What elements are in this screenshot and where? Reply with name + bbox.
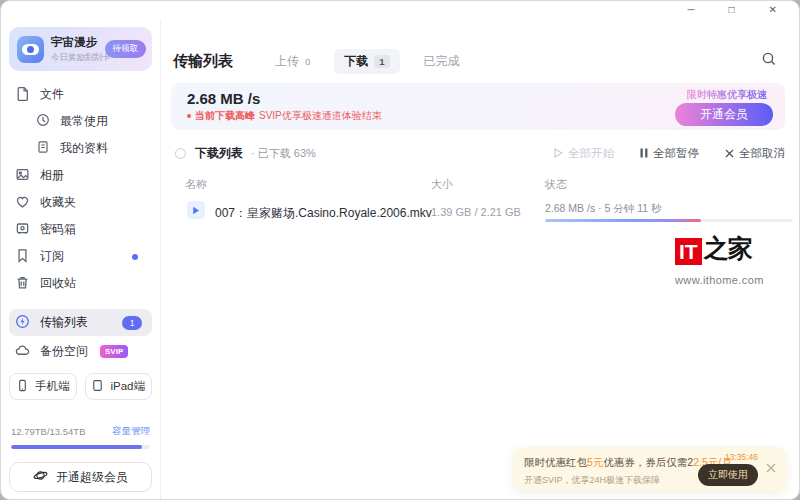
download-status: 2.68 MB /s · 5 分钟 11 秒	[545, 202, 662, 216]
tab-label: 下载	[344, 53, 368, 70]
phone-icon	[16, 379, 29, 394]
file-icon	[15, 86, 30, 104]
file-name: 007：皇家赌场.Casino.Royale.2006.mkv	[215, 205, 432, 222]
peak-alert: 当前下载高峰 SVIP优享极速通道体验结束	[187, 109, 382, 123]
sidebar-item-password-box[interactable]: 密码箱	[9, 216, 152, 243]
column-size: 大小	[431, 177, 453, 192]
tab-completed[interactable]: 已完成	[424, 53, 460, 70]
sidebar-item-label: 我的资料	[60, 140, 108, 157]
planet-icon	[33, 468, 48, 486]
user-subtitle: 今日奖励刮刮卡	[51, 52, 98, 64]
table-row[interactable]: 007：皇家赌场.Casino.Royale.2006.mkv 1.39 GB …	[161, 197, 799, 235]
download-list-header: 下载列表 · 已下载 63% 全部开始 全部暂停 全部取消	[175, 145, 785, 162]
sidebar-item-backup-space[interactable]: 备份空间 SVIP	[9, 338, 152, 365]
device-button-label: iPad端	[110, 379, 145, 394]
download-list-title: 下载列表	[195, 145, 243, 162]
download-speed: 2.68 MB /s	[187, 90, 260, 107]
safe-icon	[15, 221, 30, 239]
close-icon	[725, 148, 734, 160]
download-progress-fill	[545, 219, 701, 222]
sidebar-item-label: 密码箱	[40, 221, 76, 238]
notification-dot	[132, 254, 138, 260]
start-all-button[interactable]: 全部开始	[554, 146, 614, 161]
device-buttons: 手机端 iPad端	[9, 373, 152, 400]
transfer-tabs: 上传 0 下载 1 已完成	[275, 49, 460, 74]
storage-manage-link[interactable]: 容量管理	[112, 425, 150, 438]
file-size: 1.39 GB / 2.21 GB	[431, 206, 521, 218]
close-button[interactable]: ✕	[769, 5, 777, 15]
main-panel: 传输列表 上传 0 下载 1 已完成	[161, 19, 799, 500]
sidebar-item-transfer-list[interactable]: 传输列表 1	[9, 309, 152, 336]
storage-bar-fill	[11, 445, 142, 449]
sidebar-item-label: 最常使用	[60, 113, 108, 130]
sidebar-item-label: 收藏夹	[40, 194, 76, 211]
sidebar-item-subscriptions[interactable]: 订阅	[9, 243, 152, 270]
phone-client-button[interactable]: 手机端	[9, 373, 77, 400]
super-vip-label: 开通超级会员	[56, 469, 128, 486]
pause-icon	[640, 148, 648, 160]
claim-badge[interactable]: 待领取	[105, 40, 147, 58]
select-all-radio[interactable]	[175, 148, 186, 159]
tab-badge: 0	[305, 56, 310, 67]
notebook-icon	[36, 140, 50, 157]
tablet-icon	[91, 379, 104, 394]
downloaded-percent: · 已下载 63%	[251, 146, 316, 161]
column-status: 状态	[545, 177, 567, 192]
download-progress-bar	[545, 219, 793, 222]
sidebar-item-label: 相册	[40, 167, 64, 184]
trash-icon	[15, 275, 30, 293]
clock-icon	[36, 113, 50, 130]
ithome-url: www.ithome.com	[675, 274, 787, 286]
vip-promo-text: 限时特惠优享极速	[687, 88, 767, 102]
sidebar-item-recycle-bin[interactable]: 回收站	[9, 270, 152, 297]
use-coupon-button[interactable]: 立即使用	[698, 464, 758, 486]
sidebar-item-label: 文件	[40, 86, 64, 103]
ithome-logo-it: IT	[675, 238, 702, 265]
tab-upload[interactable]: 上传 0	[275, 53, 310, 70]
heart-icon	[15, 194, 30, 212]
tab-label: 上传	[275, 53, 299, 70]
sidebar-item-my-docs[interactable]: 我的资料	[9, 135, 152, 162]
countdown-timer: 13:35:46	[725, 452, 758, 462]
sidebar-menu: 文件 最常使用 我的资料 相册 收藏夹	[9, 81, 152, 297]
cancel-all-button[interactable]: 全部取消	[725, 146, 785, 161]
resume-download-button[interactable]	[187, 201, 205, 219]
toast-close-icon[interactable]	[764, 460, 778, 478]
bookmark-icon	[15, 248, 30, 266]
search-icon[interactable]	[761, 51, 777, 71]
sidebar-item-label: 回收站	[40, 275, 76, 292]
page-title: 传输列表	[173, 52, 233, 71]
user-card[interactable]: 宇宙漫步 今日奖励刮刮卡 待领取	[9, 27, 152, 71]
storage-bar	[11, 445, 150, 449]
minimize-button[interactable]: ─	[687, 5, 694, 15]
super-vip-button[interactable]: 开通超级会员	[9, 462, 152, 492]
sidebar: 宇宙漫步 今日奖励刮刮卡 待领取 文件 最常使用 我的资料	[1, 19, 161, 500]
tab-label: 已完成	[424, 53, 460, 70]
pause-all-button[interactable]: 全部暂停	[640, 146, 699, 161]
storage-usage: 12.79TB/13.54TB	[11, 426, 85, 437]
speed-banner: 2.68 MB /s 当前下载高峰 SVIP优享极速通道体验结束 限时特惠优享极…	[171, 83, 785, 130]
sidebar-item-files[interactable]: 文件	[9, 81, 152, 108]
photo-icon	[15, 167, 30, 185]
avatar	[17, 36, 44, 63]
column-name: 名称	[185, 177, 207, 192]
ithome-logo-home: 之家	[704, 232, 752, 265]
maximize-button[interactable]: □	[729, 5, 735, 15]
tab-download[interactable]: 下载 1	[334, 49, 399, 74]
sidebar-item-label: 传输列表	[40, 314, 88, 331]
sidebar-item-label: 订阅	[40, 248, 64, 265]
transfer-icon	[15, 314, 30, 332]
sidebar-item-label: 备份空间	[40, 343, 88, 360]
alert-dot-icon	[187, 114, 191, 118]
toast-line2: 开通SVIP，优享24H极速下载保障	[524, 474, 692, 487]
sidebar-item-albums[interactable]: 相册	[9, 162, 152, 189]
open-vip-button[interactable]: 开通会员	[675, 103, 773, 126]
user-name: 宇宙漫步	[51, 35, 98, 50]
play-icon	[554, 148, 563, 160]
transfer-count-badge: 1	[122, 316, 142, 330]
sidebar-item-recent[interactable]: 最常使用	[9, 108, 152, 135]
storage-section: 12.79TB/13.54TB 容量管理	[11, 425, 150, 449]
sidebar-item-favorites[interactable]: 收藏夹	[9, 189, 152, 216]
titlebar: ─ □ ✕	[1, 1, 799, 19]
ipad-client-button[interactable]: iPad端	[85, 373, 153, 400]
